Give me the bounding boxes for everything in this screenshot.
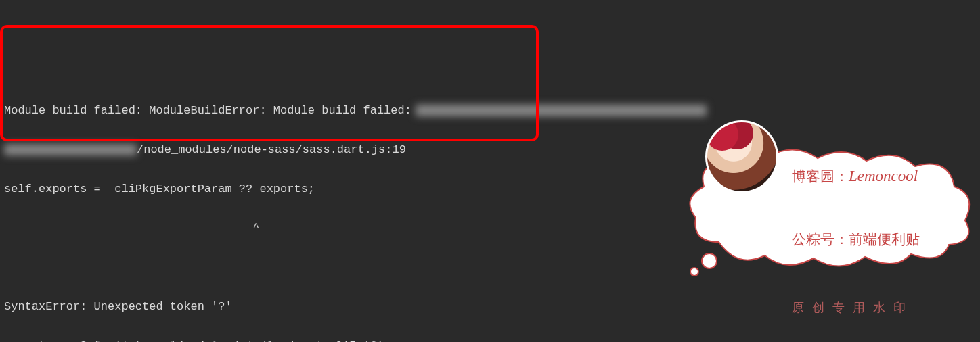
error-caret-line: ^ <box>4 218 980 238</box>
error-file-text: /node_modules/node-sass/sass.dart.js:19 <box>137 143 406 156</box>
redacted-block <box>416 105 707 116</box>
stack-line: at wrapSafe (internal/modules/cjs/loader… <box>4 336 980 342</box>
error-file-line: /node_modules/node-sass/sass.dart.js:19 <box>4 140 980 160</box>
redacted-block <box>4 144 137 155</box>
terminal-output: Module build failed: ModuleBuildError: M… <box>0 78 980 342</box>
error-header-text: Module build failed: ModuleBuildError: M… <box>4 104 411 117</box>
syntax-error-line: SyntaxError: Unexpected token '?' <box>4 297 980 316</box>
error-code-line: self.exports = _cliPkgExportParam ?? exp… <box>4 179 980 199</box>
error-header-line: Module build failed: ModuleBuildError: M… <box>4 101 980 120</box>
blank-line <box>4 258 980 277</box>
